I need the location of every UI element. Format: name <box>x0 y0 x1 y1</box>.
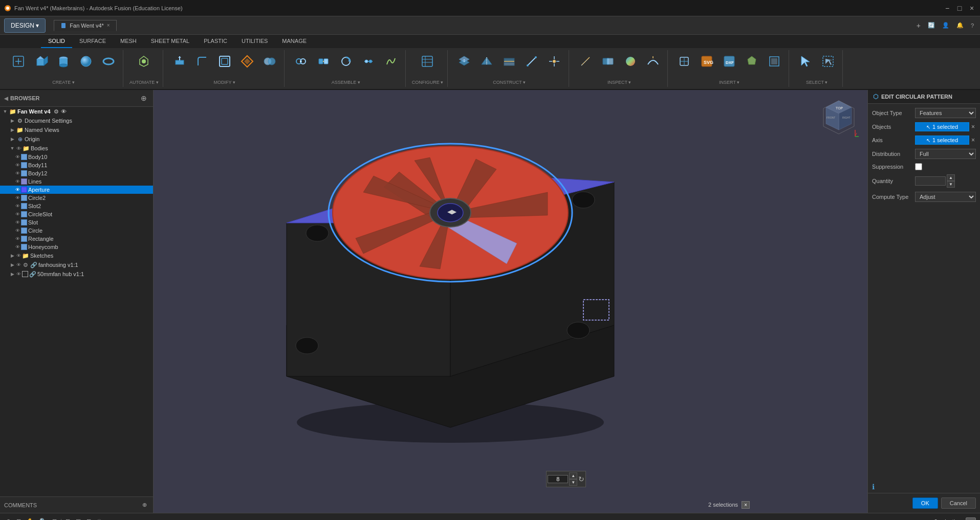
shadows-btn[interactable]: ☀ <box>95 517 104 520</box>
new-tab-button[interactable]: + <box>914 20 923 31</box>
grid-btn[interactable]: ⊟ <box>84 517 93 520</box>
torus-btn[interactable] <box>98 52 119 71</box>
zoom-btn[interactable]: 🔍 <box>37 517 49 520</box>
tree-body11[interactable]: 👁 Body11 <box>0 161 153 169</box>
tree-body10[interactable]: 👁 Body10 <box>0 153 153 161</box>
body10-eye[interactable]: 👁 <box>15 154 20 160</box>
plane-at-angle-btn[interactable] <box>476 52 497 71</box>
select-btn[interactable] <box>795 52 816 71</box>
insert-dxf-btn[interactable]: DXF <box>719 52 739 71</box>
tree-fanhousing[interactable]: ▶ 👁 ⚙ 🔗 fanhousing v1:1 <box>0 260 153 269</box>
viewport-quantity-input[interactable]: 8 ▲ ▼ ↻ <box>546 471 586 487</box>
tree-bodies[interactable]: ▼ 👁 📁 Bodies <box>0 144 153 153</box>
hand-btn[interactable]: ✋ <box>25 517 36 520</box>
fillet-btn[interactable] <box>192 52 212 71</box>
slot2-eye[interactable]: 👁 <box>15 204 20 209</box>
minimize-button[interactable]: − <box>943 4 951 12</box>
close-selection-btn[interactable]: × <box>966 517 976 521</box>
scale-btn[interactable] <box>237 52 257 71</box>
object-type-select[interactable]: Features Faces Bodies <box>915 108 976 118</box>
orbit-btn[interactable]: ⊕ <box>4 517 13 520</box>
display-mode-btn[interactable]: ▦ <box>74 517 83 520</box>
ok-button[interactable]: OK <box>912 498 938 509</box>
design-button[interactable]: DESIGN ▾ <box>4 18 46 33</box>
active-tab[interactable]: Fan Went v4* × <box>54 20 116 31</box>
tab-close[interactable]: × <box>107 22 110 28</box>
qty-input[interactable]: 8 <box>548 475 568 483</box>
collapse-icon[interactable]: ◀ <box>4 96 8 101</box>
fanhousing-eye[interactable]: 👁 <box>16 262 21 267</box>
decal-btn[interactable] <box>742 52 762 71</box>
fit-btn[interactable]: ⊡ <box>50 517 59 520</box>
quantity-increment[interactable]: ▲ <box>947 174 955 181</box>
measure-btn[interactable] <box>575 52 596 71</box>
draft-analysis-btn[interactable] <box>620 52 641 71</box>
axis-btn[interactable] <box>521 52 542 71</box>
tree-circleslot[interactable]: 👁 CircleSlot <box>0 210 153 218</box>
fan-eye[interactable]: 👁 <box>16 272 21 277</box>
sketches-eye[interactable]: 👁 <box>16 253 21 258</box>
qty-decrement[interactable]: ▼ <box>569 479 577 486</box>
honeycomb-eye[interactable]: 👁 <box>15 244 20 250</box>
fan-toggle[interactable]: ▶ <box>9 272 15 277</box>
circleslot-eye[interactable]: 👁 <box>15 212 20 217</box>
qty-increment[interactable]: ▲ <box>569 472 577 479</box>
info-button[interactable]: ℹ <box>872 483 875 491</box>
origin-toggle[interactable]: ▶ <box>9 137 15 142</box>
close-button[interactable]: × <box>968 4 976 12</box>
pan-btn[interactable]: ⊞ <box>14 517 23 520</box>
combine-btn[interactable] <box>259 52 280 71</box>
circle2-eye[interactable]: 👁 <box>15 195 20 200</box>
tree-body12[interactable]: 👁 Body12 <box>0 169 153 177</box>
sketches-toggle[interactable]: ▶ <box>9 253 15 258</box>
canvas-btn[interactable] <box>764 52 785 71</box>
tree-aperture[interactable]: 👁 Aperture <box>0 186 153 194</box>
tab-sheet-metal[interactable]: SHEET METAL <box>144 35 197 48</box>
axis-clear-btn[interactable]: × <box>970 135 976 145</box>
named-views-toggle[interactable]: ▶ <box>9 127 15 132</box>
quantity-input[interactable]: 8 <box>915 176 946 186</box>
tree-slot2[interactable]: 👁 Slot2 <box>0 202 153 210</box>
shell-btn[interactable] <box>214 52 235 71</box>
distribution-select[interactable]: Full Symmetric Spacing <box>915 149 976 159</box>
online-status[interactable]: 🔄 <box>926 21 937 30</box>
box-btn[interactable] <box>31 52 51 71</box>
bodies-eye[interactable]: 👁 <box>16 146 21 151</box>
compute-type-select[interactable]: Adjust Identical <box>915 192 976 202</box>
body11-eye[interactable]: 👁 <box>15 163 20 168</box>
aperture-eye[interactable]: 👁 <box>15 187 20 192</box>
comments-add[interactable]: ⊕ <box>140 501 149 509</box>
point-btn[interactable] <box>544 52 564 71</box>
tab-mesh[interactable]: MESH <box>113 35 144 48</box>
tab-plastic[interactable]: PLASTIC <box>197 35 234 48</box>
tree-root[interactable]: ▼ 📁 Fan Went v4 ⚙ 👁 <box>0 107 153 116</box>
tree-honeycomb[interactable]: 👁 Honeycomb <box>0 243 153 251</box>
root-settings-icon[interactable]: ⚙ <box>54 108 59 115</box>
root-eye-icon[interactable]: 👁 <box>61 108 67 115</box>
browser-options[interactable]: ⊕ <box>139 93 149 103</box>
tab-utilities[interactable]: UTILITIES <box>234 35 275 48</box>
root-toggle[interactable]: ▼ <box>2 109 8 114</box>
enable-flex-btn[interactable] <box>381 52 401 71</box>
joint-btn[interactable] <box>291 52 311 71</box>
tree-doc-settings[interactable]: ▶ ⚙ Document Settings <box>0 116 153 125</box>
objects-selected-btn[interactable]: ↖ 1 selected <box>915 122 969 131</box>
help-button[interactable]: ? <box>969 21 976 30</box>
window-select-btn[interactable] <box>818 52 838 71</box>
tab-surface[interactable]: SURFACE <box>72 35 113 48</box>
tree-50mmfan[interactable]: ▶ 👁 🔗 50mmfan hub v1:1 <box>0 269 153 279</box>
objects-clear-btn[interactable]: × <box>970 122 976 131</box>
drive-joints-btn[interactable] <box>336 52 356 71</box>
cylinder-btn[interactable] <box>53 52 74 71</box>
configure-btn[interactable] <box>417 52 438 71</box>
tree-circle2[interactable]: 👁 Circle2 <box>0 194 153 202</box>
user-account[interactable]: 👤 <box>940 21 951 30</box>
sphere-btn[interactable] <box>76 52 96 71</box>
insert-svg-btn[interactable]: SVG <box>696 52 717 71</box>
viewcube[interactable]: TOP RIGHT FRONT <box>818 98 859 139</box>
axis-selected-btn[interactable]: ↖ 1 selected <box>915 135 969 145</box>
tree-slot[interactable]: 👁 Slot <box>0 218 153 227</box>
tree-lines[interactable]: 👁 Lines <box>0 177 153 186</box>
rigid-group-btn[interactable] <box>313 52 334 71</box>
new-component-btn[interactable] <box>8 52 29 71</box>
